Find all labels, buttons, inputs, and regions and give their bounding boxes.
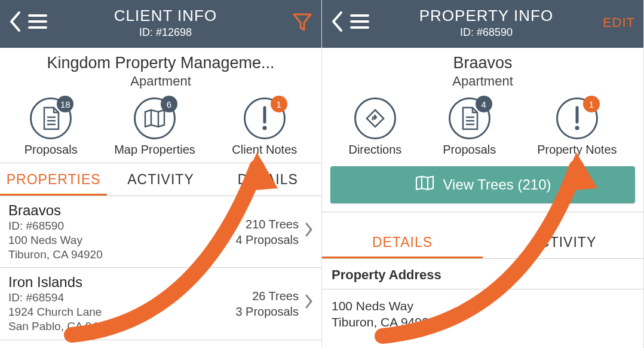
- property-trees: 210 Trees: [235, 216, 299, 232]
- property-notes-action[interactable]: 1 Property Notes: [537, 97, 617, 157]
- property-header-id: ID: #68590: [370, 26, 603, 39]
- menu-icon[interactable]: [349, 13, 370, 32]
- property-name: Braavos: [8, 202, 235, 219]
- notes-label: Client Notes: [232, 143, 297, 157]
- svg-point-9: [262, 126, 266, 130]
- tab-details[interactable]: DETAILS: [214, 163, 321, 196]
- property-address: 100 Neds Way Tiburon, CA 94920: [322, 289, 643, 339]
- property-info-block: Braavos Apartment: [322, 48, 643, 93]
- alert-icon: 1: [244, 97, 286, 139]
- map-properties-action[interactable]: 6 Map Properties: [114, 97, 195, 157]
- map-badge: 6: [161, 96, 177, 112]
- property-info-panel: PROPERTY INFO ID: #68590 EDIT Braavos Ap…: [322, 0, 644, 348]
- property-proposals: 4 Proposals: [235, 232, 299, 248]
- proposals-action[interactable]: 18 Proposals: [24, 97, 78, 157]
- property-tabs: DETAILS ACTIVITY: [322, 226, 643, 259]
- tab-details[interactable]: DETAILS: [322, 226, 483, 258]
- client-actions-row: 18 Proposals 6 Map Properties 1 Client N…: [0, 93, 321, 163]
- client-type: Apartment: [6, 74, 315, 89]
- property-address-header: Property Address: [322, 259, 643, 289]
- property-id: ID: #68594: [8, 291, 235, 305]
- directions-label: Directions: [348, 143, 401, 157]
- client-header-id: ID: #12698: [48, 26, 283, 39]
- property-addr2: Tiburon, CA 94920: [8, 248, 235, 262]
- back-icon[interactable]: [8, 11, 22, 35]
- map-icon: 6: [134, 97, 176, 139]
- chevron-right-icon: [305, 222, 313, 242]
- alert-icon: 1: [556, 97, 598, 139]
- property-addr1: 100 Neds Way: [8, 233, 235, 248]
- client-info-block: Kingdom Property Manageme... Apartment: [0, 48, 321, 93]
- proposals-label: Proposals: [24, 143, 78, 157]
- property-header-title: PROPERTY INFO: [370, 7, 603, 25]
- property-id: ID: #68590: [8, 219, 235, 233]
- property-row[interactable]: Iron Islands ID: #68594 1924 Church Lane…: [0, 268, 321, 340]
- proposals-badge: 4: [476, 96, 492, 112]
- view-trees-label: View Trees (210): [443, 176, 551, 193]
- tab-properties[interactable]: PROPERTIES: [0, 163, 107, 196]
- view-trees-button[interactable]: View Trees (210): [330, 166, 635, 203]
- client-header: CLIENT INFO ID: #12698: [0, 0, 321, 48]
- property-type: Apartment: [328, 74, 637, 89]
- proposals-label: Proposals: [443, 143, 496, 157]
- property-header: PROPERTY INFO ID: #68590 EDIT: [322, 0, 643, 48]
- proposals-badge: 18: [57, 96, 73, 112]
- client-header-title: CLIENT INFO: [48, 7, 283, 25]
- menu-icon[interactable]: [27, 13, 48, 32]
- tab-activity[interactable]: ACTIVITY: [107, 163, 214, 196]
- map-icon: [415, 175, 435, 195]
- notes-badge: 1: [271, 96, 287, 112]
- property-name: Iron Islands: [8, 274, 235, 291]
- property-addr2: San Pablo, CA 94806: [8, 319, 235, 334]
- directions-icon: [354, 97, 396, 139]
- address-line1: 100 Neds Way: [332, 298, 634, 314]
- directions-action[interactable]: Directions: [348, 97, 401, 157]
- svg-point-18: [575, 126, 579, 130]
- map-label: Map Properties: [114, 143, 195, 157]
- property-proposals: 3 Proposals: [235, 304, 299, 319]
- property-actions-row: Directions 4 Proposals 1 Property Notes: [322, 93, 643, 163]
- tab-activity[interactable]: ACTIVITY: [483, 226, 643, 258]
- chevron-right-icon: [305, 294, 313, 313]
- client-info-panel: CLIENT INFO ID: #12698 Kingdom Property …: [0, 0, 322, 348]
- notes-label: Property Notes: [537, 143, 617, 157]
- document-icon: 18: [30, 97, 72, 139]
- notes-badge: 1: [583, 96, 600, 112]
- back-icon[interactable]: [330, 11, 344, 35]
- filter-icon[interactable]: [292, 11, 313, 35]
- property-addr1: 1924 Church Lane: [8, 305, 235, 319]
- document-icon: 4: [449, 97, 490, 139]
- edit-button[interactable]: EDIT: [603, 15, 635, 30]
- proposals-action[interactable]: 4 Proposals: [443, 97, 496, 157]
- property-trees: 26 Trees: [235, 288, 299, 304]
- address-line2: Tiburon, CA 94920: [332, 314, 634, 330]
- property-row[interactable]: Braavos ID: #68590 100 Neds Way Tiburon,…: [0, 196, 321, 268]
- client-tabs: PROPERTIES ACTIVITY DETAILS: [0, 163, 321, 196]
- client-notes-action[interactable]: 1 Client Notes: [232, 97, 297, 157]
- client-name: Kingdom Property Manageme...: [6, 54, 315, 72]
- property-title: Braavos: [328, 54, 637, 72]
